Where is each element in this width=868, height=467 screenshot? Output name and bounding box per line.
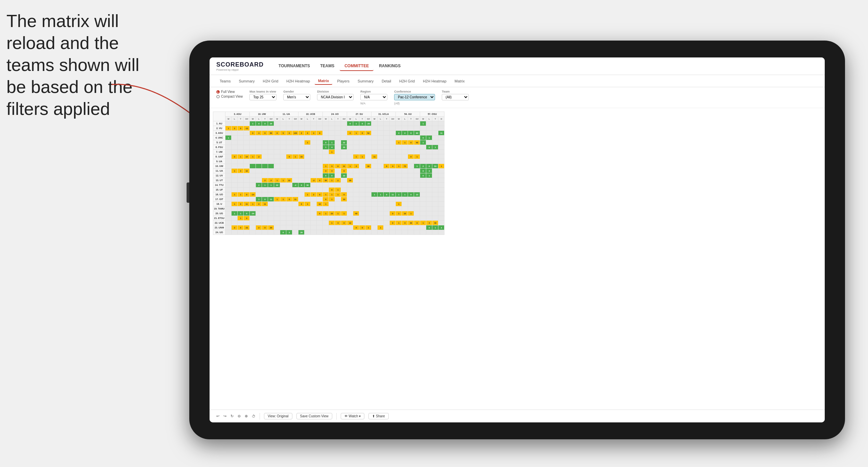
matrix-cell [305, 121, 311, 126]
matrix-cell [232, 121, 238, 126]
matrix-cell [262, 216, 268, 221]
matrix-cell [311, 145, 317, 150]
matrix-cell: 40 [408, 221, 414, 225]
sub-nav-h2h-grid[interactable]: H2H Grid [259, 78, 282, 84]
row-label: 19. TAMU [213, 206, 225, 211]
matrix-cell [268, 173, 274, 178]
matrix-cell [311, 188, 317, 192]
sub-nav-h2h-grid2[interactable]: H2H Grid [396, 78, 418, 84]
matrix-cell [280, 126, 286, 131]
redo-btn[interactable]: ↪ [223, 414, 226, 418]
share-btn[interactable]: ⬆ Share [368, 413, 388, 419]
matrix-cell [238, 131, 244, 136]
conference-select[interactable]: Pac-12 Conference (All) [394, 94, 435, 100]
matrix-cell [432, 173, 438, 178]
matrix-cell [359, 145, 365, 150]
matrix-cell: 1 [396, 192, 402, 197]
matrix-cell [292, 221, 298, 225]
matrix-cell [250, 188, 256, 192]
region-select[interactable]: N/A (All) [360, 94, 387, 100]
sh-ucb-t: T [311, 117, 317, 121]
nav-rankings[interactable]: RANKINGS [374, 62, 405, 71]
radio-compact-view[interactable]: Compact View [216, 95, 243, 98]
matrix-cell [402, 178, 408, 183]
radio-compact-label: Compact View [221, 95, 243, 98]
matrix-cell [426, 121, 432, 126]
undo-btn[interactable]: ↩ [216, 414, 219, 418]
sub-nav-players[interactable]: Players [334, 78, 353, 84]
sub-nav-h2h-heatmap[interactable]: H2H Heatmap [283, 78, 313, 84]
matrix-cell [292, 192, 298, 197]
matrix-cell: 40 [432, 221, 438, 225]
matrix-cell [232, 131, 238, 136]
matrix-cell [359, 178, 365, 183]
matrix-cell [438, 136, 444, 140]
matrix-cell: 22 [286, 178, 292, 183]
matrix-cell [311, 126, 317, 131]
matrix-cell [256, 136, 262, 140]
matrix-cell: 1 [268, 183, 274, 188]
save-custom-btn[interactable]: Save Custom View [296, 413, 332, 419]
matrix-cell [420, 126, 426, 131]
matrix-cell [432, 178, 438, 183]
filter-max-teams: Max teams in view Top 25 Top 50 All [249, 90, 276, 100]
sub-nav-detail[interactable]: Detail [378, 78, 394, 84]
matrix-cell [402, 154, 408, 159]
matrix-cell [402, 173, 408, 178]
matrix-cell [384, 154, 390, 159]
sub-nav-summary2[interactable]: Summary [354, 78, 377, 84]
sub-nav-matrix2[interactable]: Matrix [451, 78, 468, 84]
nav-committee[interactable]: COMMITTEE [340, 62, 373, 71]
nav-teams[interactable]: TEAMS [315, 62, 339, 71]
matrix-cell [298, 159, 305, 164]
gender-select[interactable]: Men's Women's [283, 94, 310, 100]
table-row: 23. UNM20-2120250011013 [213, 225, 444, 230]
matrix-cell: 0 [305, 131, 311, 136]
matrix-cell [438, 192, 444, 197]
matrix-cell [353, 178, 359, 183]
team-select[interactable]: (All) [442, 94, 469, 100]
matrix-cell: 2 [256, 225, 262, 230]
table-row: 18. U10111011011011 [213, 202, 444, 206]
sh-osu-w: W [420, 117, 426, 121]
matrix-cell [420, 178, 426, 183]
matrix-cell [329, 121, 335, 126]
matrix-cell [402, 183, 408, 188]
filter-region: Region N/A (All) N/A [360, 90, 387, 105]
sub-nav-teams[interactable]: Teams [216, 78, 234, 84]
radio-full-view[interactable]: Full View [216, 90, 243, 94]
watch-btn[interactable]: 👁 Watch ▾ [341, 413, 365, 419]
matrix-cell [286, 225, 292, 230]
matrix-cell [438, 154, 444, 159]
matrix-cell [280, 169, 286, 173]
matrix-cell [438, 211, 444, 216]
matrix-cell: 0 [262, 225, 268, 230]
matrix-table: 3. ASU 10. UW 11. UA 22. UCB 24. UO 27. … [213, 112, 444, 235]
max-teams-select[interactable]: Top 25 Top 50 All [249, 94, 276, 100]
view-original-btn[interactable]: View: Original [264, 413, 292, 419]
settings-btn[interactable]: ⏱ [252, 414, 256, 418]
matrix-cell [311, 173, 317, 178]
matrix-cell: 0 [408, 131, 414, 136]
matrix-cell [359, 211, 365, 216]
matrix-cell [384, 202, 390, 206]
matrix-cell [232, 221, 238, 225]
zoom-in-btn[interactable]: ⊕ [245, 414, 248, 418]
matrix-cell: 1 [365, 225, 371, 230]
zoom-out-btn[interactable]: ⊖ [238, 414, 241, 418]
matrix-cell [432, 126, 438, 131]
matrix-cell [225, 188, 232, 192]
nav-tournaments[interactable]: TOURNAMENTS [274, 62, 315, 71]
matrix-cell [365, 188, 371, 192]
matrix-cell [305, 164, 311, 169]
division-select[interactable]: NCAA Division I NCAA Division II [317, 94, 354, 100]
matrix-cell [438, 126, 444, 131]
sub-nav-matrix[interactable]: Matrix [315, 77, 332, 85]
refresh-btn[interactable]: ↻ [231, 414, 234, 418]
matrix-cell [244, 136, 250, 140]
matrix-area[interactable]: 3. ASU 10. UW 11. UA 22. UCB 24. UO 27. … [210, 108, 825, 410]
matrix-cell [232, 197, 238, 202]
matrix-cell [225, 216, 232, 221]
sub-nav-h2h-heatmap2[interactable]: H2H Heatmap [419, 78, 450, 84]
sub-nav-summary[interactable]: Summary [235, 78, 258, 84]
